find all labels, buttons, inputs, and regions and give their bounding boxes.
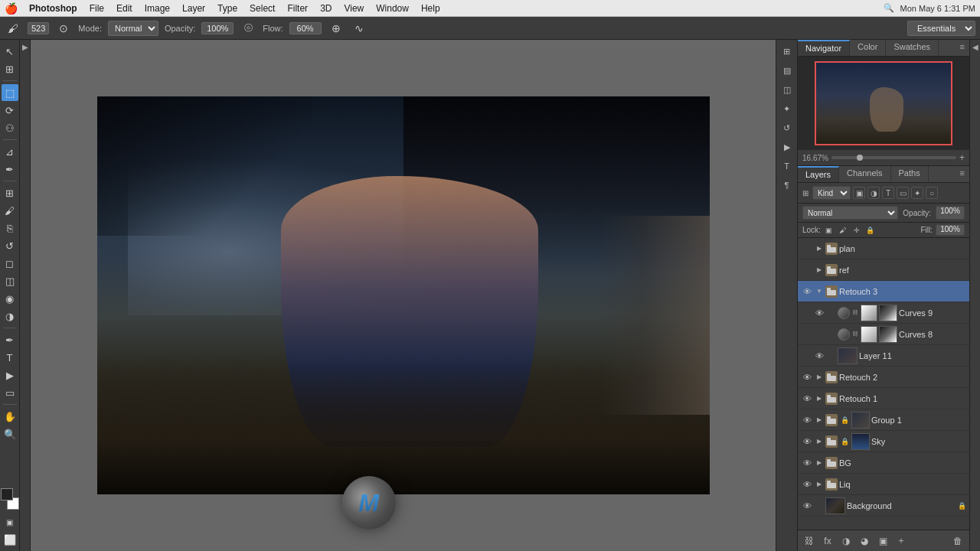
expand-retouch2[interactable]: ▶: [815, 373, 824, 382]
arrange-icon[interactable]: ⊞: [779, 43, 795, 60]
navigator-menu-btn[interactable]: ≡: [956, 40, 969, 56]
filter-pixel-icon[interactable]: ▣: [853, 187, 865, 199]
layer-row-curves8[interactable]: 👁 ⛓ Curves 8: [798, 324, 969, 345]
quick-mask-tool[interactable]: ▣: [2, 514, 18, 530]
layer-thumb-layer11[interactable]: [838, 347, 858, 364]
lasso-tool[interactable]: ⟳: [2, 102, 18, 119]
eye-liq[interactable]: 👁: [801, 478, 813, 491]
left-panel-collapse[interactable]: ▶: [22, 43, 28, 51]
color-swatches[interactable]: [1, 488, 19, 510]
expand-plan[interactable]: ▶: [815, 244, 824, 253]
eye-layer11[interactable]: 👁: [813, 350, 825, 362]
link-layers-btn[interactable]: ⛓: [802, 534, 816, 548]
layer-thumb-sky[interactable]: [851, 433, 870, 450]
opacity-value[interactable]: 100%: [201, 22, 234, 34]
blur-tool[interactable]: ◉: [2, 290, 18, 307]
layer-row-bg[interactable]: 👁 ▶ BG: [798, 452, 969, 474]
layer-row-layer11[interactable]: 👁 Layer 11: [798, 345, 969, 367]
filter-adjust-icon[interactable]: ◑: [867, 187, 880, 199]
history-icon[interactable]: ↺: [779, 119, 795, 136]
menu-type[interactable]: Type: [212, 2, 243, 15]
layer-row-curves9[interactable]: 👁 ⛓ Curves 9: [798, 302, 969, 324]
brush-size-input[interactable]: 523: [28, 22, 49, 34]
flow-value[interactable]: 60%: [289, 22, 322, 34]
eye-background[interactable]: 👁: [801, 500, 813, 512]
mode-select[interactable]: Normal: [108, 21, 158, 36]
clone-stamp-tool[interactable]: ⎘: [2, 220, 18, 236]
tab-layers[interactable]: Layers: [798, 166, 839, 182]
tab-swatches[interactable]: Swatches: [886, 40, 939, 56]
tab-color[interactable]: Color: [850, 40, 886, 56]
menu-search-icon[interactable]: 🔍: [884, 3, 894, 13]
gradient-tool[interactable]: ◫: [2, 272, 18, 289]
apple-menu[interactable]: 🍎: [5, 2, 18, 15]
kind-select[interactable]: Kind: [812, 186, 851, 200]
marquee-tool[interactable]: ⬚: [2, 84, 18, 101]
expand-liq[interactable]: ▶: [815, 480, 824, 489]
eye-plan[interactable]: 👁: [801, 243, 813, 255]
mask-thumb-curves9[interactable]: [861, 305, 877, 321]
properties-icon[interactable]: ▤: [779, 62, 795, 79]
eye-bg[interactable]: 👁: [801, 457, 813, 469]
layer-thumb-background[interactable]: [825, 497, 845, 514]
styles-icon[interactable]: ✦: [779, 100, 795, 117]
dodge-tool[interactable]: ◑: [2, 308, 18, 324]
right-panel-collapse[interactable]: ◀: [972, 43, 978, 51]
tab-paths[interactable]: Paths: [891, 166, 929, 182]
expand-sky[interactable]: ▶: [815, 437, 824, 446]
menu-file[interactable]: File: [84, 2, 109, 15]
layer-thumb-curves8[interactable]: [879, 326, 897, 343]
filter-smart-icon[interactable]: ✦: [911, 187, 923, 199]
expand-group1[interactable]: ▶: [815, 416, 824, 425]
eye-curves9[interactable]: 👁: [813, 307, 825, 319]
layer-row-group1[interactable]: 👁 ▶ 🔒 Group 1: [798, 409, 969, 431]
add-mask-btn[interactable]: ◑: [839, 534, 853, 548]
adjustments-icon[interactable]: ◫: [779, 81, 795, 98]
foreground-color-swatch[interactable]: [1, 488, 13, 500]
airbrush-icon[interactable]: ⊕: [328, 20, 345, 37]
text-tool[interactable]: T: [2, 349, 18, 366]
new-adjustment-btn[interactable]: ◕: [858, 534, 871, 548]
menu-filter[interactable]: Filter: [282, 2, 313, 15]
menu-window[interactable]: Window: [371, 2, 414, 15]
eyedropper-tool[interactable]: ✒: [2, 161, 18, 178]
canvas-area[interactable]: M: [31, 40, 776, 551]
expand-retouch1[interactable]: ▶: [815, 394, 824, 403]
eye-sky[interactable]: 👁: [801, 435, 813, 448]
expand-bg[interactable]: ▶: [815, 458, 824, 468]
eye-curves8[interactable]: 👁: [813, 328, 825, 341]
layer-row-background[interactable]: 👁 Background 🔒: [798, 495, 969, 517]
add-style-btn[interactable]: fx: [821, 534, 835, 548]
tab-navigator[interactable]: Navigator: [798, 40, 850, 56]
menu-layer[interactable]: Layer: [177, 2, 211, 15]
expand-retouch3[interactable]: ▼: [815, 287, 824, 296]
eraser-tool[interactable]: ◻: [2, 255, 18, 272]
screen-mode-tool[interactable]: ⬜: [2, 531, 18, 548]
menu-select[interactable]: Select: [244, 2, 280, 15]
new-layer-btn[interactable]: ＋: [894, 534, 908, 548]
filter-toggle[interactable]: ○: [926, 187, 938, 199]
tab-channels[interactable]: Channels: [839, 166, 890, 182]
lock-position-btn[interactable]: ✛: [851, 225, 862, 236]
layer-row-retouch1[interactable]: 👁 ▶ Retouch 1: [798, 388, 969, 409]
history-brush-tool[interactable]: ↺: [2, 237, 18, 254]
menu-3d[interactable]: 3D: [315, 2, 337, 15]
layer-row-sky[interactable]: 👁 ▶ 🔒 Sky: [798, 431, 969, 452]
layer-thumb-group1[interactable]: [851, 412, 870, 429]
crop-tool[interactable]: ⊿: [2, 143, 18, 160]
delete-layer-btn[interactable]: 🗑: [951, 534, 965, 548]
menu-help[interactable]: Help: [416, 2, 446, 15]
eye-retouch3[interactable]: 👁: [801, 285, 813, 298]
eye-retouch1[interactable]: 👁: [801, 393, 813, 405]
hand-tool[interactable]: ✋: [2, 408, 18, 425]
layer-list[interactable]: 👁 ▶ plan 👁 ▶ ref: [798, 238, 969, 530]
lock-all-btn[interactable]: 🔒: [865, 225, 876, 236]
lock-pixels-btn[interactable]: 🖌: [838, 225, 848, 236]
type-panel-icon[interactable]: T: [779, 158, 795, 174]
paragraph-icon[interactable]: ¶: [779, 177, 795, 194]
eye-ref[interactable]: 👁: [801, 264, 813, 276]
filter-type-icon[interactable]: T: [882, 187, 894, 199]
lock-transparent-btn[interactable]: ▣: [824, 225, 835, 236]
brush-tool-icon[interactable]: 🖌: [5, 20, 21, 37]
expand-ref[interactable]: ▶: [815, 266, 824, 275]
